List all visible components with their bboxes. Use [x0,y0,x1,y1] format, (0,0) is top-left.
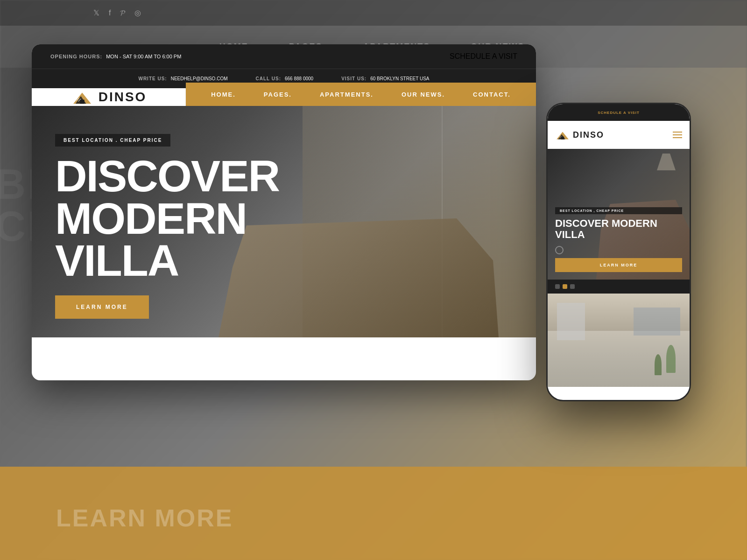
mobile-logo-icon [555,129,570,141]
brand-name: DINSO [99,90,147,105]
hero-title: DISCOVER MODERN VILLA [55,155,279,281]
schedule-visit-link[interactable]: SCHEDULE A VISIT [450,52,517,60]
opening-hours-label: OPENING HOURS: [50,54,102,59]
bg-pinterest-icon: 𝓟 [120,9,125,17]
visit-us-value: 60 BROKLYN STREET USA [370,76,429,81]
property-wall [557,303,585,340]
bottom-learn-more-text: LEARN MORE [56,504,233,532]
topbar-hours: OPENING HOURS: MON - SAT 9:00 AM TO 6:00… [50,54,181,59]
hamburger-line-2 [673,134,682,135]
mobile-hero: BEST LOCATION , CHEAP PRICE DISCOVER MOD… [548,149,690,280]
tree-shape-2 [655,354,662,375]
mobile-brand-name: DINSO [573,130,604,140]
opening-hours-value: MON - SAT 9:00 AM TO 6:00 PM [106,54,181,59]
topbar-schedule[interactable]: SCHEDULE A VISIT [450,52,517,61]
call-us-item: CALL US: 666 888 0000 [256,76,314,81]
dot-3[interactable] [570,284,575,289]
bg-twitter-icon: 𝕏 [93,8,99,17]
bg-instagram-icon: ◎ [134,8,141,17]
desktop-mockup: OPENING HOURS: MON - SAT 9:00 AM TO 6:00… [32,44,536,380]
nav-pages[interactable]: PAGES. [264,91,292,98]
svg-rect-7 [561,137,564,140]
tree-shape [666,345,676,373]
write-us-item: WRITE US: NEEDHELP@DINSO.COM [138,76,227,81]
mobile-topbar: SCHEDULE A VISIT [548,104,690,121]
logo-area: DINSO [32,88,186,106]
mobile-mockup: SCHEDULE A VISIT DINSO BEST LOCATION , C… [546,103,691,401]
hamburger-line-3 [673,137,682,138]
nav-news[interactable]: OUR NEWS. [402,91,445,98]
hero-title-line1: DISCOVER [55,155,279,197]
dot-2-active[interactable] [563,284,567,289]
property-window-area [634,308,680,336]
visit-us-item: VISIT US: 60 BROKLYN STREET USA [341,76,429,81]
main-nav: HOME. PAGES. APARTMENTS. OUR NEWS. CONTA… [186,83,536,106]
mobile-property-preview [548,294,690,387]
mobile-hero-title: DISCOVER MODERN VILLA [555,218,682,240]
bg-facebook-icon: f [109,9,111,17]
hero-cta-button[interactable]: LEARN MORE [55,295,149,319]
write-us-value: NEEDHELP@DINSO.COM [171,76,228,81]
mobile-hero-badge: BEST LOCATION , CHEAP PRICE [555,207,682,214]
hamburger-line-1 [673,132,682,133]
logo-icon [70,88,94,106]
nav-apartments[interactable]: APARTMENTS. [320,91,374,98]
write-us-label: WRITE US: [138,76,167,81]
globe-icon [555,246,564,254]
nav-home[interactable]: HOME. [211,91,236,98]
call-us-label: CALL US: [256,76,281,81]
visit-us-label: VISIT US: [341,76,366,81]
hero-title-line3: VILLA [55,239,279,281]
logo-nav-row: DINSO 𝕏 f 𝓟 ◎ HOME. PAGES. APARTMENTS. O… [32,88,536,106]
dot-1[interactable] [555,284,560,289]
hamburger-menu[interactable] [673,132,682,138]
hero-content: BEST LOCATION . CHEAP PRICE DISCOVER MOD… [55,134,279,319]
desktop-topbar: OPENING HOURS: MON - SAT 9:00 AM TO 6:00… [32,44,536,69]
hero-badge: BEST LOCATION . CHEAP PRICE [55,134,170,147]
hero-section: BEST LOCATION . CHEAP PRICE DISCOVER MOD… [32,106,536,337]
mobile-carousel-dots [548,280,690,294]
mobile-logo-row: DINSO [548,121,690,149]
hero-title-line2: MODERN [55,197,279,239]
background-social-bar: 𝕏 f 𝓟 ◎ [0,0,747,26]
nav-contact[interactable]: CONTACT. [473,91,511,98]
mobile-cta-button[interactable]: LEARN MORE [555,258,682,272]
mobile-logo-left: DINSO [555,129,604,141]
call-us-value: 666 888 0000 [285,76,313,81]
mobile-schedule-label: SCHEDULE A VISIT [598,111,640,115]
svg-rect-2 [80,100,85,104]
